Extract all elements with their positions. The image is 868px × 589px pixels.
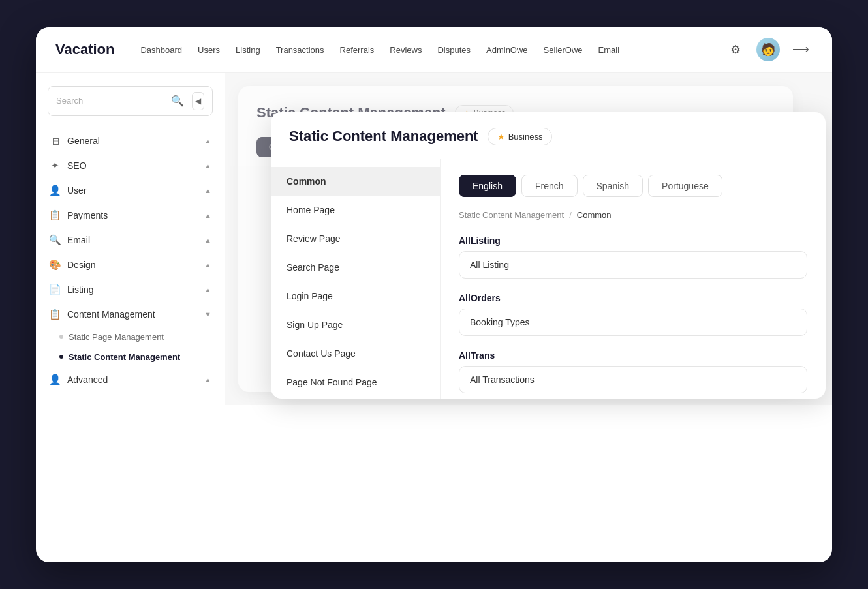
sidebar-label-seo: SEO (67, 160, 87, 171)
sidebar-item-general[interactable]: 🖥 General ▲ (36, 129, 225, 153)
field-label-alllisting: AllListing (459, 235, 807, 246)
chevron-payments: ▲ (204, 211, 211, 219)
sidebar-item-payments[interactable]: 📋 Payments ▲ (36, 203, 225, 228)
nav-link-disputes[interactable]: Disputes (437, 45, 471, 55)
nav-link-email[interactable]: Email (598, 45, 620, 55)
page-item-page-not-found-page[interactable]: Page Not Found Page (271, 368, 440, 397)
sidebar-item-static-content[interactable]: Static Content Management (59, 347, 225, 367)
page-item-search-page[interactable]: Search Page (271, 253, 440, 282)
page-item-home-page[interactable]: Home Page (271, 196, 440, 224)
chevron-content: ▼ (204, 310, 211, 318)
field-group-alltrans: AllTrans (459, 350, 807, 393)
nav-link-referrals[interactable]: Referrals (340, 45, 375, 55)
lang-tabs: EnglishFrenchSpanishPortuguese (459, 175, 807, 197)
content-area: Static Content Management ★ Business Com… (225, 73, 832, 405)
seo-icon: ✦ (49, 160, 61, 172)
nav-links: DashboardUsersListingTransactionsReferra… (140, 45, 724, 55)
nav-link-transactions[interactable]: Transactions (276, 45, 324, 55)
sidebar-item-design[interactable]: 🎨 Design ▲ (36, 252, 225, 277)
fg-card-body: CommonHome PageReview PageSearch PageLog… (271, 159, 826, 399)
field-group-allorders: AllOrders (459, 293, 807, 336)
sidebar-label-general: General (67, 136, 100, 146)
sidebar-item-user[interactable]: 👤 User ▲ (36, 178, 225, 203)
sidebar-item-advanced[interactable]: 👤 Advanced ▲ (36, 367, 225, 392)
advanced-icon: 👤 (49, 374, 61, 385)
nav-link-reviews[interactable]: Reviews (390, 45, 422, 55)
field-label-allorders: AllOrders (459, 293, 807, 303)
sidebar-label-payments: Payments (67, 210, 108, 220)
page-item-sign-up-page[interactable]: Sign Up Page (271, 310, 440, 339)
sidebar-label-listing: Listing (67, 284, 93, 295)
right-panel: EnglishFrenchSpanishPortuguese Static Co… (441, 159, 826, 399)
nav-link-listing[interactable]: Listing (236, 45, 260, 55)
pages-list: CommonHome PageReview PageSearch PageLog… (271, 159, 441, 399)
sidebar-item-email[interactable]: 🔍 Email ▲ (36, 228, 225, 252)
breadcrumb: Static Content Management / Common (459, 210, 807, 220)
sidebar-item-listing[interactable]: 📄 Listing ▲ (36, 277, 225, 302)
content-icon: 📋 (49, 309, 61, 320)
breadcrumb-root: Static Content Management (459, 210, 564, 220)
field-group-alllisting: AllListing (459, 235, 807, 279)
lang-tab-spanish[interactable]: Spanish (583, 175, 643, 197)
fg-card-title: Static Content Management (289, 128, 478, 145)
logout-icon[interactable]: ⟶ (789, 38, 813, 61)
fg-card: Static Content Management ★ Business Com… (271, 112, 826, 399)
sidebar-item-static-page[interactable]: Static Page Management (59, 327, 225, 347)
sidebar-toggle[interactable]: ◀ (192, 92, 204, 110)
business-badge-label: Business (508, 132, 543, 142)
page-item-review-page[interactable]: Review Page (271, 224, 440, 253)
main-window: Vacation DashboardUsersListingTransactio… (36, 27, 832, 562)
field-input-allorders[interactable] (459, 309, 807, 336)
page-item-common[interactable]: Common (271, 167, 440, 196)
sidebar-label-advanced: Advanced (67, 374, 108, 385)
field-input-alllisting[interactable] (459, 251, 807, 279)
nav-link-adminowe[interactable]: AdminOwe (486, 45, 528, 55)
listing-icon: 📄 (49, 284, 61, 295)
sidebar-item-content[interactable]: 📋 Content Management ▼ (36, 302, 225, 327)
payments-icon: 📋 (49, 209, 61, 221)
sidebar-label-user: User (67, 185, 87, 196)
breadcrumb-separator: / (569, 210, 572, 220)
nav-link-users[interactable]: Users (198, 45, 220, 55)
lang-tab-french[interactable]: French (521, 175, 578, 197)
nav-link-dashboard[interactable]: Dashboard (140, 45, 182, 55)
fg-card-header: Static Content Management ★ Business (271, 112, 826, 159)
chevron-design: ▲ (204, 261, 211, 269)
chevron-email: ▲ (204, 236, 211, 244)
monitor-icon: 🖥 (49, 136, 61, 147)
chevron-advanced: ▲ (204, 376, 211, 384)
content-submenu: Static Page Management Static Content Ma… (36, 327, 225, 367)
page-item-contact-us-page[interactable]: Contact Us Page (271, 339, 440, 368)
field-input-alltrans[interactable] (459, 366, 807, 393)
nav-actions: ⚙ 🧑 ⟶ (724, 38, 813, 61)
dot-static-content (59, 355, 63, 359)
sidebar-item-seo[interactable]: ✦ SEO ▲ (36, 153, 225, 178)
page-item-referral-user-page[interactable]: Referral User Page (271, 397, 440, 399)
main-layout: 🔍 ◀ 🖥 General ▲ ✦ SEO ▲ 👤 (36, 73, 832, 405)
search-icon: 🔍 (171, 95, 184, 107)
lang-tab-portuguese[interactable]: Portuguese (648, 175, 722, 197)
sidebar-label-content: Content Management (67, 309, 155, 320)
chevron-seo: ▲ (204, 162, 211, 170)
sidebar: 🔍 ◀ 🖥 General ▲ ✦ SEO ▲ 👤 (36, 73, 225, 405)
chevron-user: ▲ (204, 187, 211, 194)
sidebar-label-email: Email (67, 235, 90, 245)
nav-link-sellerowe[interactable]: SellerOwe (544, 45, 583, 55)
chevron-general: ▲ (204, 137, 211, 145)
lang-tab-english[interactable]: English (459, 175, 516, 197)
sidebar-sub-label-static-page: Static Page Management (69, 332, 164, 342)
star-icon: ★ (497, 132, 505, 142)
design-icon: 🎨 (49, 259, 61, 271)
breadcrumb-current: Common (577, 210, 612, 220)
dot-static-page (59, 335, 63, 339)
search-bar: 🔍 ◀ (48, 86, 213, 116)
page-item-login-page[interactable]: Login Page (271, 282, 440, 310)
top-nav: Vacation DashboardUsersListingTransactio… (36, 27, 832, 73)
settings-icon[interactable]: ⚙ (724, 38, 747, 61)
business-badge: ★ Business (488, 128, 553, 145)
avatar[interactable]: 🧑 (756, 38, 780, 61)
user-icon: 👤 (49, 185, 61, 196)
app-logo: Vacation (55, 41, 114, 58)
search-input[interactable] (56, 96, 166, 106)
chevron-listing: ▲ (204, 286, 211, 294)
